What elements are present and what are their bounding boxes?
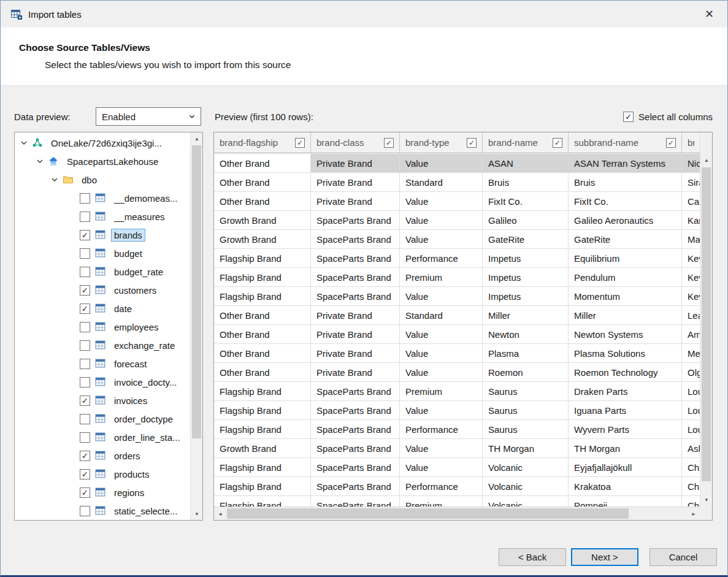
scroll-right-icon[interactable] <box>688 508 700 520</box>
table-row[interactable]: Other Brand Private Brand Value Plasma P… <box>214 344 700 363</box>
table-checkbox[interactable] <box>80 432 90 443</box>
column-header-brand-type[interactable]: brand-type <box>400 132 483 153</box>
tree-table-item[interactable]: invoice_docty... <box>15 373 190 391</box>
tree-table-item[interactable]: __measures <box>15 207 190 226</box>
data-preview-dropdown[interactable]: Enabled <box>96 107 201 126</box>
tree-table-item[interactable]: order_line_sta... <box>15 428 190 446</box>
cell-subbrand-name: Newton Systems <box>569 325 682 343</box>
table-row[interactable]: Other Brand Private Brand Value FixIt Co… <box>214 192 700 211</box>
close-icon[interactable]: ✕ <box>701 6 718 22</box>
table-row[interactable]: Other Brand Private Brand Value ASAN ASA… <box>214 154 700 173</box>
table-checkbox[interactable] <box>80 248 90 259</box>
select-all-columns[interactable]: Select all columns <box>623 112 713 122</box>
table-row[interactable]: Flagship Brand SpaceParts Brand Value Im… <box>214 287 700 306</box>
table-checkbox[interactable] <box>80 506 90 516</box>
table-checkbox[interactable] <box>80 230 90 240</box>
table-row[interactable]: Flagship Brand SpaceParts Brand Performa… <box>214 477 700 496</box>
grid-header-row: brand-flagship brand-class brand-type br… <box>214 132 700 153</box>
tree-table-item[interactable]: products <box>15 465 190 483</box>
tree-scrollbar-thumb[interactable] <box>192 145 201 438</box>
tree-table-item[interactable]: forecast <box>15 354 190 373</box>
grid-vertical-scrollbar[interactable] <box>700 132 712 520</box>
grid-horizontal-scrollbar[interactable] <box>214 506 700 520</box>
cell-brand-name: Volcanic <box>483 477 569 495</box>
table-checkbox[interactable] <box>80 304 90 314</box>
tree-table-item[interactable]: orders <box>15 446 190 465</box>
table-checkbox[interactable] <box>80 285 90 296</box>
column-header-brand[interactable]: brand <box>682 132 700 153</box>
column-checkbox[interactable] <box>295 138 305 148</box>
table-icon <box>95 211 106 222</box>
table-checkbox[interactable] <box>80 395 90 406</box>
table-row[interactable]: Other Brand Private Brand Standard Mille… <box>214 306 700 325</box>
chevron-expanded-icon[interactable] <box>36 157 44 166</box>
column-checkbox[interactable] <box>553 138 562 148</box>
scroll-down-icon[interactable] <box>700 494 713 506</box>
tree-table-item[interactable]: invoices <box>15 391 190 410</box>
table-row[interactable]: Flagship Brand SpaceParts Brand Premium … <box>214 268 700 287</box>
tree-table-item[interactable]: employees <box>15 318 190 336</box>
tree-table-item[interactable]: brands <box>15 226 190 244</box>
table-checkbox[interactable] <box>80 359 90 369</box>
scroll-up-icon[interactable] <box>191 132 203 145</box>
table-row[interactable]: Other Brand Private Brand Standard Bruis… <box>214 173 700 192</box>
scroll-down-icon[interactable] <box>191 508 203 520</box>
tree-table-item[interactable]: order_doctype <box>15 410 190 428</box>
table-row[interactable]: Other Brand Private Brand Value Roemon R… <box>214 363 700 382</box>
column-checkbox[interactable] <box>467 138 477 148</box>
tree-table-item[interactable]: budget <box>15 244 190 262</box>
tree-node-dbo[interactable]: dbo <box>15 170 190 189</box>
table-row[interactable]: Flagship Brand SpaceParts Brand Value Sa… <box>214 401 700 420</box>
column-checkbox[interactable] <box>666 138 676 148</box>
footer: < Back Next > Cancel <box>1 521 727 575</box>
cell-brand-name: Volcanic <box>483 496 569 506</box>
table-checkbox[interactable] <box>80 267 90 277</box>
table-row[interactable]: Flagship Brand SpaceParts Brand Performa… <box>214 249 700 268</box>
cell-brand-flagship: Growth Brand <box>214 439 311 457</box>
tree-table-item[interactable]: exchange_rate <box>15 336 190 354</box>
table-checkbox[interactable] <box>80 212 90 222</box>
grid-vscrollbar-thumb[interactable] <box>702 167 711 481</box>
column-header-brand-name[interactable]: brand-name <box>483 132 569 153</box>
cancel-button[interactable]: Cancel <box>649 548 717 566</box>
table-checkbox[interactable] <box>80 377 90 388</box>
select-all-checkbox[interactable] <box>623 112 634 122</box>
tree-node-lakehouse[interactable]: SpacepartsLakehouse <box>15 152 190 170</box>
table-row[interactable]: Other Brand Private Brand Value Newton N… <box>214 325 700 344</box>
tree-table-item[interactable]: budget_rate <box>15 262 190 281</box>
cell-subbrand-name: Equilibrium <box>569 249 682 267</box>
table-row[interactable]: Growth Brand SpaceParts Brand Value TH M… <box>214 439 700 458</box>
table-checkbox[interactable] <box>80 193 90 204</box>
table-checkbox[interactable] <box>80 451 90 461</box>
cell-brand-type: Value <box>400 154 483 172</box>
tree-table-item[interactable]: __demomeas... <box>15 189 190 207</box>
table-row[interactable]: Growth Brand SpaceParts Brand Value Gali… <box>214 211 700 230</box>
chevron-expanded-icon[interactable] <box>50 175 59 184</box>
table-checkbox[interactable] <box>80 414 90 424</box>
tree-node-onelake[interactable]: OneLake/72d6zxiq3ije3gi... <box>15 134 190 152</box>
next-button[interactable]: Next > <box>571 548 638 566</box>
tree-table-item[interactable]: date <box>15 299 190 318</box>
tree-scrollbar[interactable] <box>190 132 202 520</box>
table-row[interactable]: Flagship Brand SpaceParts Brand Performa… <box>214 420 700 439</box>
table-checkbox[interactable] <box>80 322 90 332</box>
tree-table-item[interactable]: regions <box>15 483 190 502</box>
table-checkbox[interactable] <box>80 340 90 351</box>
table-row[interactable]: Flagship Brand SpaceParts Brand Value Vo… <box>214 458 700 477</box>
column-header-brand-flagship[interactable]: brand-flagship <box>214 132 311 153</box>
column-header-subbrand-name[interactable]: subbrand-name <box>569 132 682 153</box>
scroll-up-icon[interactable] <box>700 154 713 166</box>
back-button[interactable]: < Back <box>499 548 566 566</box>
column-header-brand-class[interactable]: brand-class <box>311 132 400 153</box>
grid-hscrollbar-thumb[interactable] <box>227 508 629 519</box>
tree-table-item[interactable]: static_selecte... <box>15 502 190 520</box>
table-checkbox[interactable] <box>80 487 90 498</box>
table-row[interactable]: Flagship Brand SpaceParts Brand Premium … <box>214 496 700 506</box>
column-checkbox[interactable] <box>384 138 394 148</box>
scroll-left-icon[interactable] <box>214 508 226 520</box>
table-checkbox[interactable] <box>80 469 90 480</box>
table-row[interactable]: Growth Brand SpaceParts Brand Value Gate… <box>214 230 700 249</box>
table-row[interactable]: Flagship Brand SpaceParts Brand Premium … <box>214 382 700 401</box>
tree-table-item[interactable]: customers <box>15 281 190 299</box>
chevron-expanded-icon[interactable] <box>20 139 28 147</box>
